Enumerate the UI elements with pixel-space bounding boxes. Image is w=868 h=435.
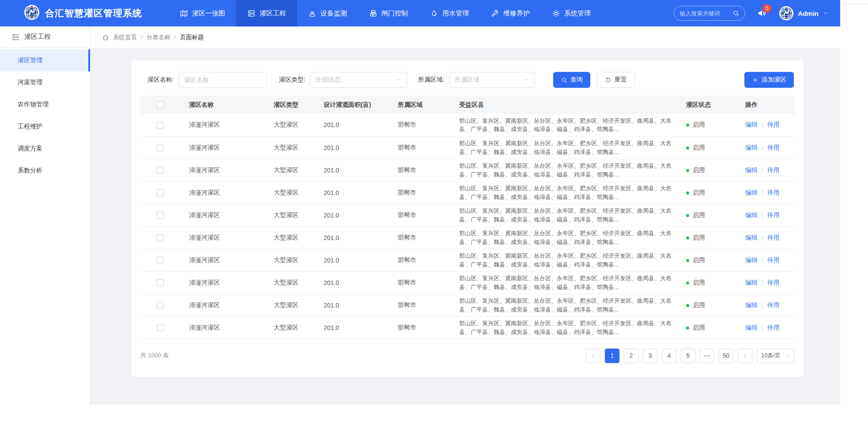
- add-irrigation-button[interactable]: 添加灌区: [744, 72, 794, 88]
- wrench-icon: [491, 9, 499, 18]
- pagination-next-button[interactable]: [738, 349, 752, 363]
- pagination-page-50[interactable]: 50: [719, 349, 733, 363]
- cell-type: 大型灌区: [265, 226, 315, 249]
- cell-name: 漳滏河灌区: [180, 249, 265, 271]
- nav-item-系统管理[interactable]: 系统管理: [541, 0, 602, 26]
- disable-link[interactable]: 停用: [767, 279, 780, 286]
- status-dot: [686, 146, 689, 150]
- row-checkbox[interactable]: [157, 122, 164, 129]
- row-checkbox[interactable]: [157, 324, 164, 331]
- row-checkbox[interactable]: [157, 212, 164, 219]
- disable-link[interactable]: 停用: [767, 189, 780, 196]
- edit-link[interactable]: 编辑: [745, 166, 758, 173]
- cell-counties: 邯山区、复兴区、冀南新区、丛台区、永年区、肥乡区、经济开发区、曲周县、大名县、广…: [450, 136, 677, 159]
- edit-link[interactable]: 编辑: [745, 324, 758, 331]
- sidebar-item-灌区管理[interactable]: 灌区管理: [0, 49, 90, 71]
- status-dot: [686, 326, 689, 330]
- edit-link[interactable]: 编辑: [745, 279, 758, 286]
- row-checkbox[interactable]: [157, 144, 164, 151]
- sidebar-item-工程维护[interactable]: 工程维护: [0, 116, 90, 138]
- body: 灌区工程 灌区管理河渠管理农作物管理工程维护调度方案系数分析 系统首页/分类名称…: [0, 26, 840, 405]
- cell-name: 漳滏河灌区: [180, 181, 265, 204]
- cell-region: 邯郸市: [389, 136, 450, 159]
- edit-link[interactable]: 编辑: [745, 189, 758, 196]
- sidebar-item-河渠管理[interactable]: 河渠管理: [0, 71, 90, 94]
- name-filter-input[interactable]: [178, 72, 267, 88]
- row-checkbox[interactable]: [157, 189, 164, 196]
- cell-counties: 邯山区、复兴区、冀南新区、丛台区、永年区、肥乡区、经济开发区、曲周县、大名县、广…: [450, 249, 677, 271]
- cell-name: 漳滏河灌区: [180, 204, 265, 226]
- search-icon[interactable]: [732, 10, 740, 17]
- sidebar-item-label: 工程维护: [18, 123, 42, 131]
- edit-link[interactable]: 编辑: [745, 211, 758, 218]
- disable-link[interactable]: 停用: [767, 324, 780, 331]
- pagination-page-1[interactable]: 1: [605, 349, 619, 363]
- status-dot: [686, 304, 689, 307]
- disable-link[interactable]: 停用: [767, 211, 780, 218]
- nav-item-闸门控制[interactable]: 闸门控制: [358, 0, 419, 26]
- disable-link[interactable]: 停用: [767, 121, 780, 128]
- user-menu[interactable]: Admin: [779, 6, 829, 21]
- action-separator: |: [762, 166, 763, 173]
- cell-area: 201.0: [315, 294, 389, 316]
- row-checkbox[interactable]: [157, 234, 164, 241]
- cell-counties: 邯山区、复兴区、冀南新区、丛台区、永年区、肥乡区、经济开发区、曲周县、大名县、广…: [450, 159, 677, 181]
- home-icon[interactable]: [102, 34, 109, 41]
- cell-region: 邯郸市: [389, 249, 450, 271]
- cell-type: 大型灌区: [265, 316, 315, 339]
- pagination-page-4[interactable]: 4: [662, 349, 676, 363]
- nav-item-label: 灌区一张图: [192, 9, 225, 18]
- nav-item-label: 维修养护: [503, 9, 530, 18]
- nav-item-灌区一张图[interactable]: 灌区一张图: [169, 0, 236, 26]
- gear-icon: [552, 9, 560, 18]
- action-separator: |: [762, 121, 763, 128]
- row-checkbox[interactable]: [157, 279, 164, 286]
- name-filter-label: 灌区名称:: [147, 76, 174, 84]
- edit-link[interactable]: 编辑: [745, 301, 758, 308]
- cell-actions: 编辑|停用: [736, 181, 795, 204]
- status-dot: [686, 259, 689, 262]
- disable-link[interactable]: 停用: [767, 144, 780, 151]
- disable-link[interactable]: 停用: [767, 166, 780, 173]
- select-all-checkbox[interactable]: [157, 101, 164, 109]
- nav-item-用水管理[interactable]: 用水管理: [419, 0, 480, 26]
- action-separator: |: [762, 256, 763, 263]
- edit-link[interactable]: 编辑: [745, 256, 758, 263]
- sidebar-item-农作物管理[interactable]: 农作物管理: [0, 94, 90, 116]
- row-checkbox[interactable]: [157, 302, 164, 309]
- chevron-down-icon: [785, 353, 790, 358]
- edit-link[interactable]: 编辑: [745, 234, 758, 241]
- search-input[interactable]: [679, 10, 729, 17]
- nav-item-设备监测[interactable]: 设备监测: [297, 0, 358, 26]
- reset-button[interactable]: 重置: [597, 72, 635, 88]
- disable-link[interactable]: 停用: [767, 256, 780, 263]
- breadcrumb-item: 页面标题: [180, 34, 204, 41]
- server-icon: [11, 33, 19, 41]
- disable-link[interactable]: 停用: [767, 234, 780, 241]
- row-checkbox[interactable]: [157, 257, 164, 264]
- chevron-left-icon: [590, 352, 596, 359]
- nav-item-灌区工程[interactable]: 灌区工程: [236, 0, 297, 26]
- cell-type: 大型灌区: [265, 181, 315, 204]
- query-button[interactable]: 查询: [553, 72, 590, 88]
- pagination-ellipsis[interactable]: •••: [700, 349, 714, 363]
- pagination-page-3[interactable]: 3: [643, 349, 657, 363]
- edit-link[interactable]: 编辑: [745, 144, 758, 151]
- breadcrumb-item[interactable]: 系统首页: [113, 34, 137, 41]
- sidebar-item-调度方案[interactable]: 调度方案: [0, 138, 90, 160]
- nav-item-维修养护[interactable]: 维修养护: [480, 0, 541, 26]
- disable-link[interactable]: 停用: [767, 301, 780, 308]
- type-filter-select[interactable]: 全部状态: [310, 72, 407, 88]
- table-row: 漳滏河灌区大型灌区201.0邯郸市邯山区、复兴区、冀南新区、丛台区、永年区、肥乡…: [140, 226, 795, 249]
- pagination-prev-button[interactable]: [586, 349, 600, 363]
- sidebar-item-系数分析[interactable]: 系数分析: [0, 160, 90, 182]
- row-checkbox[interactable]: [157, 167, 164, 174]
- cell-counties: 邯山区、复兴区、冀南新区、丛台区、永年区、肥乡区、经济开发区、曲周县、大名县、广…: [450, 271, 677, 294]
- pagination-page-5[interactable]: 5: [681, 349, 695, 363]
- page-size-select[interactable]: 10条/页: [757, 349, 795, 363]
- breadcrumb-item[interactable]: 分类名称: [147, 34, 170, 41]
- region-filter-select[interactable]: 所属区域: [449, 72, 535, 88]
- edit-link[interactable]: 编辑: [745, 121, 758, 128]
- notification-button[interactable]: 5: [757, 8, 767, 19]
- pagination-page-2[interactable]: 2: [624, 349, 638, 363]
